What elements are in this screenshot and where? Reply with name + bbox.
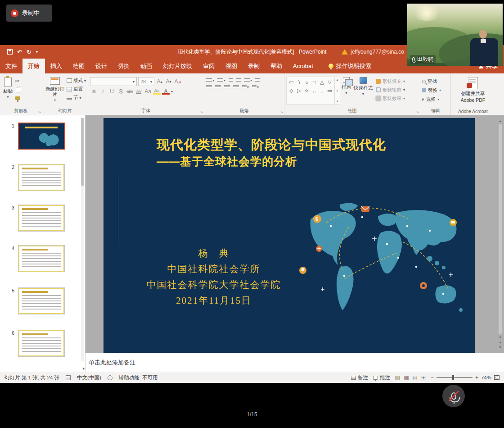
arrange-button[interactable]: 排列 ▾ bbox=[340, 76, 352, 108]
increase-indent-icon[interactable] bbox=[236, 78, 241, 82]
paragraph-dialog-launcher[interactable]: ↘ bbox=[280, 110, 283, 114]
increase-font-icon[interactable]: A▴ bbox=[156, 77, 163, 86]
highlight-color-icon[interactable]: Aa bbox=[153, 89, 161, 95]
shape-icon[interactable]: ↔ bbox=[312, 88, 317, 94]
participant-video-tile[interactable]: 田毅鹏 bbox=[407, 4, 503, 66]
shape-icon[interactable]: ☆ bbox=[305, 88, 309, 94]
tab-home[interactable]: 开始 bbox=[22, 59, 45, 73]
thumbnail-item[interactable]: 5 bbox=[9, 287, 65, 314]
thumbnail-item[interactable]: 2 bbox=[9, 164, 65, 191]
shape-outline-button[interactable]: 形状轮廓▾ bbox=[376, 86, 405, 94]
tab-insert[interactable]: 插入 bbox=[45, 59, 68, 73]
reset-button[interactable]: 重置 bbox=[67, 86, 86, 93]
section-button[interactable]: 节▾ bbox=[67, 94, 86, 101]
warning-icon[interactable] bbox=[342, 49, 348, 55]
slide-position-status[interactable]: 幻灯片 第 1 张, 共 24 张 bbox=[4, 374, 59, 381]
shape-icon[interactable]: ▭ bbox=[327, 88, 332, 94]
bold-button[interactable]: B bbox=[90, 87, 98, 96]
tell-me-search[interactable]: 操作说明搜索 bbox=[325, 59, 375, 73]
tab-help[interactable]: 帮助 bbox=[265, 59, 288, 73]
redo-icon[interactable]: ↻ bbox=[27, 49, 32, 55]
thumbnail-item[interactable]: 3 bbox=[9, 205, 65, 232]
clipboard-dialog-launcher[interactable]: ↘ bbox=[38, 110, 41, 114]
find-button[interactable]: 查找 bbox=[422, 77, 449, 85]
recording-indicator[interactable]: 录制中 bbox=[6, 5, 52, 22]
font-name-combo[interactable]: ▾ bbox=[90, 77, 137, 86]
replace-button[interactable]: 替换▾ bbox=[422, 87, 449, 94]
slide-5-thumbnail[interactable] bbox=[18, 287, 65, 314]
thumbnail-item[interactable]: 4 bbox=[9, 245, 65, 272]
decrease-indent-icon[interactable] bbox=[229, 78, 233, 82]
slide-1-thumbnail[interactable] bbox=[18, 123, 65, 150]
justify-icon[interactable] bbox=[233, 85, 239, 89]
comments-toggle-button[interactable]: 批注 bbox=[373, 374, 390, 381]
new-slide-button[interactable]: 新建幻灯片 ▾ bbox=[44, 76, 66, 104]
slide-scrollbar[interactable]: ▴ ▾ ▴ ▾ bbox=[498, 119, 503, 349]
shapes-gallery[interactable]: ▭ ∖ ○ □ △ ▽ ◇ ▷ ☆ ↔ → ▭ ▴≡▾ bbox=[286, 77, 340, 105]
smartart-convert-icon[interactable]: ▾ bbox=[252, 85, 259, 89]
underline-button[interactable]: U bbox=[108, 87, 116, 96]
font-size-combo[interactable]: 28▾ bbox=[138, 77, 154, 86]
qat-more-icon[interactable]: ▾ bbox=[36, 50, 38, 54]
tab-draw[interactable]: 绘图 bbox=[68, 59, 90, 73]
tab-review[interactable]: 审阅 bbox=[198, 59, 220, 73]
quick-styles-button[interactable]: 快速样式 ▾ bbox=[352, 76, 374, 108]
align-center-icon[interactable] bbox=[215, 85, 221, 89]
scroll-down-icon[interactable]: ▾ bbox=[499, 335, 501, 339]
tab-slideshow[interactable]: 幻灯片放映 bbox=[158, 59, 198, 73]
tab-record[interactable]: 录制 bbox=[243, 59, 265, 73]
font-dialog-launcher[interactable]: ↘ bbox=[200, 110, 203, 114]
next-slide-icon[interactable]: ▾ bbox=[499, 345, 501, 349]
align-right-icon[interactable] bbox=[224, 85, 230, 89]
bullets-icon[interactable]: ▾ bbox=[206, 78, 214, 82]
line-spacing-icon[interactable]: ▾ bbox=[244, 78, 252, 82]
cut-icon[interactable]: ✂ bbox=[15, 77, 20, 84]
slide-canvas[interactable]: 现代化类型学、阶段论与中国式现代化 ——基于全球社会学的分析 bbox=[104, 118, 475, 353]
slide-4-thumbnail[interactable] bbox=[18, 245, 65, 272]
slide-sorter-view-icon[interactable]: ▦ bbox=[404, 374, 409, 381]
thumbnail-item[interactable]: 6 bbox=[9, 330, 65, 357]
copy-icon[interactable] bbox=[15, 86, 20, 93]
slide-author-block[interactable]: 杨 典 中国社科院社会学所 中国社会科学院大学社会学院 2021年11月15日 bbox=[117, 246, 310, 309]
slide-subtitle[interactable]: ——基于全球社会学的分析 bbox=[157, 154, 297, 169]
thumbnail-scrollbar[interactable] bbox=[81, 118, 84, 361]
shape-icon[interactable]: → bbox=[320, 88, 324, 94]
zoom-slider-handle[interactable] bbox=[452, 375, 454, 380]
align-left-icon[interactable] bbox=[206, 85, 212, 89]
format-painter-icon[interactable] bbox=[15, 95, 20, 101]
clear-format-icon[interactable]: A◢ bbox=[174, 77, 181, 86]
shape-fill-button[interactable]: 形状填充▾ bbox=[376, 77, 405, 85]
zoom-out-icon[interactable]: − bbox=[431, 374, 434, 381]
drawing-dialog-launcher[interactable]: ↘ bbox=[416, 110, 419, 114]
shape-icon[interactable]: ◇ bbox=[289, 88, 293, 94]
text-shadow-button[interactable]: S bbox=[117, 87, 125, 96]
font-color-dropdown-icon[interactable]: ▾ bbox=[171, 90, 173, 94]
strikethrough-button[interactable]: abc bbox=[126, 87, 134, 96]
shape-icon[interactable]: ○ bbox=[305, 80, 308, 85]
reading-view-icon[interactable]: ▤ bbox=[413, 374, 418, 381]
slide-title[interactable]: 现代化类型学、阶段论与中国式现代化 bbox=[157, 136, 386, 154]
shape-icon[interactable]: □ bbox=[313, 80, 316, 85]
scroll-up-icon[interactable]: ▴ bbox=[499, 119, 501, 123]
previous-slide-icon[interactable]: ▴ bbox=[499, 340, 501, 344]
zoom-in-icon[interactable]: + bbox=[475, 374, 478, 381]
select-button[interactable]: 选择▾ bbox=[422, 96, 449, 103]
shape-icon[interactable]: ∖ bbox=[297, 79, 301, 85]
change-case-button[interactable]: Aa bbox=[144, 87, 152, 96]
italic-button[interactable]: I bbox=[99, 87, 107, 96]
create-share-pdf-button[interactable]: 创建并共享 Adobe PDF bbox=[453, 76, 493, 104]
slide-2-thumbnail[interactable] bbox=[18, 164, 65, 191]
save-icon[interactable] bbox=[7, 49, 13, 55]
slide-6-thumbnail[interactable] bbox=[18, 330, 65, 357]
tab-design[interactable]: 设计 bbox=[90, 59, 112, 73]
thumbnail-item[interactable]: 1 bbox=[9, 123, 65, 150]
fit-to-window-icon[interactable] bbox=[494, 375, 500, 380]
slide-3-thumbnail[interactable] bbox=[18, 205, 65, 232]
tab-view[interactable]: 视图 bbox=[220, 59, 243, 73]
shape-icon[interactable]: △ bbox=[320, 79, 324, 85]
numbering-icon[interactable]: ▾ bbox=[217, 78, 225, 82]
normal-view-icon[interactable]: ▥ bbox=[395, 374, 400, 381]
text-direction-icon[interactable] bbox=[255, 78, 260, 82]
accessibility-status[interactable]: 辅助功能: 不可用 bbox=[119, 374, 158, 381]
shape-icon[interactable]: ▽ bbox=[328, 79, 331, 85]
